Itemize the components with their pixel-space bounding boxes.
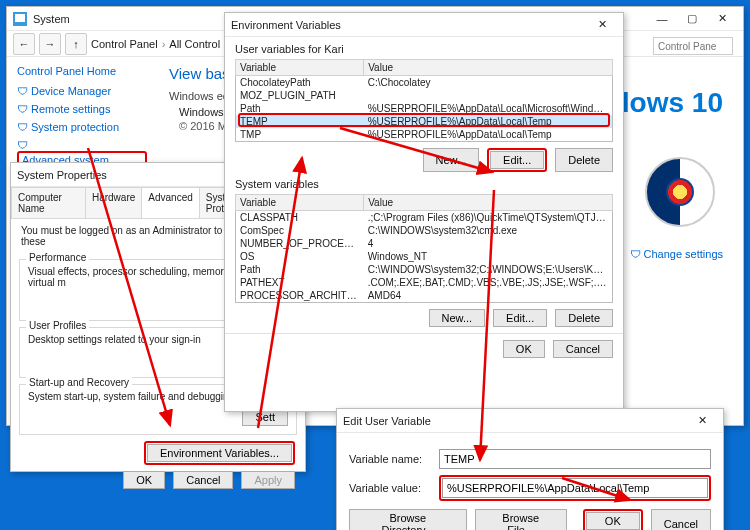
table-row[interactable]: TEMP%USERPROFILE%\AppData\Local\Temp — [236, 115, 613, 128]
environment-variables-button[interactable]: Environment Variables... — [147, 444, 292, 462]
title: Edit User Variable — [343, 415, 687, 427]
sys-new-button[interactable]: New... — [429, 309, 486, 327]
minimize-button[interactable]: — — [647, 7, 677, 31]
user-vars-section: User variables for Kari VariableValue Ch… — [235, 43, 613, 172]
back-button[interactable]: ← — [13, 33, 35, 55]
tab-computer-name[interactable]: Computer Name — [11, 187, 86, 218]
flag-badge — [645, 157, 715, 227]
forward-button[interactable]: → — [39, 33, 61, 55]
shield-icon: 🛡 — [630, 248, 640, 258]
variable-name-input[interactable] — [439, 449, 711, 469]
tab-advanced[interactable]: Advanced — [141, 187, 199, 218]
titlebar: Edit User Variable ✕ — [337, 409, 723, 433]
ok-button[interactable]: OK — [586, 512, 640, 530]
shield-icon: 🛡 — [17, 121, 27, 131]
up-button[interactable]: ↑ — [65, 33, 87, 55]
close-button[interactable]: ✕ — [587, 13, 617, 37]
user-delete-button[interactable]: Delete — [555, 148, 613, 172]
link-system-protection[interactable]: 🛡System protection — [17, 121, 147, 133]
environment-variables-dialog: Environment Variables ✕ User variables f… — [224, 12, 624, 412]
shield-icon: 🛡 — [17, 139, 27, 149]
maximize-button[interactable]: ▢ — [677, 7, 707, 31]
shield-icon: 🛡 — [17, 85, 27, 95]
ok-button[interactable]: OK — [503, 340, 545, 358]
variable-name-label: Variable name: — [349, 453, 439, 465]
variable-value-label: Variable value: — [349, 482, 439, 494]
system-vars-section: System variables VariableValue CLASSPATH… — [235, 178, 613, 327]
table-row[interactable]: PATHEXT.COM;.EXE;.BAT;.CMD;.VBS;.VBE;.JS… — [236, 276, 613, 289]
table-row[interactable]: OSWindows_NT — [236, 250, 613, 263]
sys-delete-button[interactable]: Delete — [555, 309, 613, 327]
cancel-button[interactable]: Cancel — [553, 340, 613, 358]
table-row[interactable]: MOZ_PLUGIN_PATH — [236, 89, 613, 102]
table-row[interactable]: NUMBER_OF_PROCESSORS4 — [236, 237, 613, 250]
table-row[interactable]: ComSpecC:\WINDOWS\system32\cmd.exe — [236, 224, 613, 237]
windows10-logo: dows 10 — [613, 87, 723, 119]
table-row[interactable]: PathC:\WINDOWS\system32;C:\WINDOWS;E:\Us… — [236, 263, 613, 276]
close-button[interactable]: ✕ — [707, 7, 737, 31]
close-button[interactable]: ✕ — [687, 409, 717, 433]
table-row[interactable]: ChocolateyPathC:\Chocolatey — [236, 76, 613, 90]
link-remote-settings[interactable]: 🛡Remote settings — [17, 103, 147, 115]
table-row[interactable]: CLASSPATH.;C:\Program Files (x86)\QuickT… — [236, 211, 613, 225]
table-row[interactable]: TMP%USERPROFILE%\AppData\Local\Temp — [236, 128, 613, 142]
cancel-button[interactable]: Cancel — [651, 509, 711, 530]
table-row[interactable]: Path%USERPROFILE%\AppData\Local\Microsof… — [236, 102, 613, 115]
ok-button[interactable]: OK — [123, 471, 165, 489]
user-vars-table[interactable]: VariableValue ChocolateyPathC:\Chocolate… — [235, 59, 613, 142]
cancel-button[interactable]: Cancel — [173, 471, 233, 489]
control-panel-home[interactable]: Control Panel Home — [17, 65, 147, 77]
variable-value-input[interactable] — [442, 478, 708, 498]
shield-icon: 🛡 — [17, 103, 27, 113]
table-row[interactable]: PROCESSOR_ARCHITECTUREAMD64 — [236, 289, 613, 303]
browse-file-button[interactable]: Browse File... — [475, 509, 567, 530]
search-input[interactable] — [653, 37, 733, 55]
svg-rect-1 — [15, 14, 25, 22]
browse-directory-button[interactable]: Browse Directory... — [349, 509, 467, 530]
system-vars-table[interactable]: VariableValue CLASSPATH.;C:\Program File… — [235, 194, 613, 303]
tab-hardware[interactable]: Hardware — [85, 187, 142, 218]
user-new-button[interactable]: New... — [423, 148, 480, 172]
link-device-manager[interactable]: 🛡Device Manager — [17, 85, 147, 97]
user-edit-button[interactable]: Edit... — [490, 151, 544, 169]
link-change-settings[interactable]: 🛡Change settings — [630, 248, 724, 260]
sys-edit-button[interactable]: Edit... — [493, 309, 547, 327]
apply-button[interactable]: Apply — [241, 471, 295, 489]
system-icon — [13, 12, 27, 26]
title: Environment Variables — [231, 19, 587, 31]
titlebar: Environment Variables ✕ — [225, 13, 623, 37]
edit-user-variable-dialog: Edit User Variable ✕ Variable name: Vari… — [336, 408, 724, 530]
